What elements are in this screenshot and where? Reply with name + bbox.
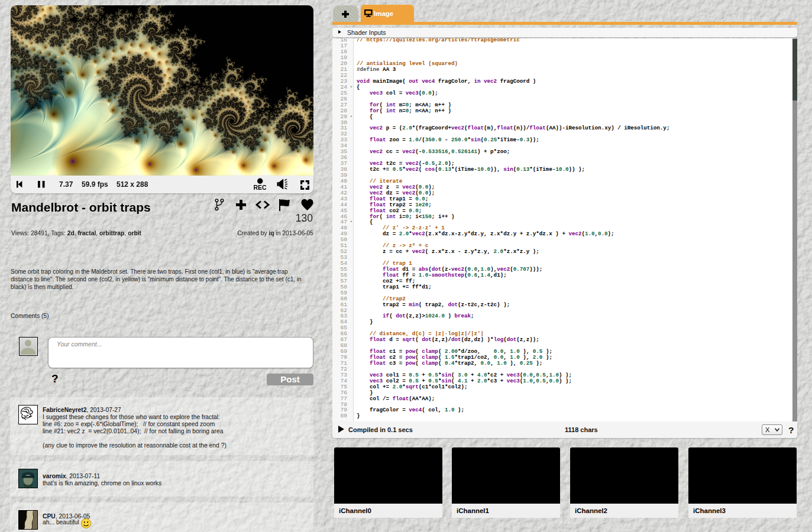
svg-text:REC: REC <box>254 184 267 191</box>
